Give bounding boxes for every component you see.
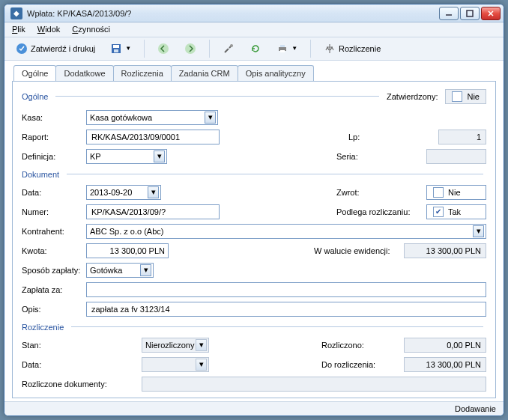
divider	[67, 174, 483, 174]
kwota-field[interactable]	[86, 243, 169, 258]
kasa-combo[interactable]: Kasa gotówkowa ▾	[86, 110, 218, 125]
kontrahent-combo[interactable]: ABC Sp. z o.o (Abc) ▾	[86, 224, 486, 239]
group-ogolne-head: Ogólne Zatwierdzony: Nie	[22, 89, 486, 104]
tools-button[interactable]	[217, 39, 240, 58]
zwrot-label: Zwrot:	[336, 188, 426, 197]
lp-label: Lp:	[348, 133, 438, 141]
podlega-label: Podlega rozliczaniu:	[336, 207, 426, 216]
chevron-down-icon[interactable]: ▾	[148, 186, 159, 198]
svg-rect-9	[280, 45, 285, 47]
chevron-down-icon[interactable]: ▾	[196, 359, 207, 371]
wwalucie-value: 13 300,00 PLN	[404, 243, 486, 258]
statusbar: Dodawanie	[4, 401, 504, 416]
menu-widok[interactable]: Widok	[37, 25, 61, 34]
chevron-down-icon[interactable]: ▾	[473, 225, 484, 237]
data-label: Data:	[22, 188, 86, 197]
arrow-right-icon	[184, 43, 196, 55]
divider	[71, 326, 483, 327]
zatwierdzony-label: Zatwierdzony:	[387, 92, 438, 101]
titlebar: ◆ Wpłata: KP/KASA/2013/09/?	[4, 4, 504, 22]
zwrot-checkbox[interactable]	[433, 187, 444, 198]
zatwierdzony-checkbox[interactable]	[452, 91, 462, 102]
tab-zadania-crm[interactable]: Zadania CRM	[171, 65, 238, 81]
group-ogolne-label: Ogólne	[22, 92, 48, 101]
toolbar-separator	[144, 40, 145, 58]
confirm-print-button[interactable]: Zatwierdź i drukuj	[10, 39, 100, 58]
kwota-label: Kwota:	[22, 246, 86, 255]
chevron-down-icon[interactable]: ▾	[196, 339, 207, 351]
raport-field[interactable]	[86, 130, 220, 144]
numer-field[interactable]	[86, 204, 220, 219]
lp-value: 1	[438, 130, 486, 144]
menubar: Plik Widok Czynności	[4, 22, 504, 37]
kontrahent-label: Kontrahent:	[22, 227, 86, 236]
podlega-checkbox[interactable]	[433, 207, 444, 217]
data2-label: Data:	[22, 360, 142, 369]
group-rozliczenie-head: Rozliczenie	[22, 323, 486, 332]
menu-czynnosci[interactable]: Czynności	[72, 25, 110, 34]
rozlicdok-label: Rozliczone dokumenty:	[22, 380, 142, 389]
group-dokument-label: Dokument	[22, 170, 59, 179]
group-rozliczenie-label: Rozliczenie	[22, 323, 64, 332]
zaplataza-field[interactable]	[86, 282, 486, 297]
rozliczenie-label: Rozliczenie	[339, 44, 381, 53]
stan-label: Stan:	[22, 341, 142, 350]
tab-rozliczenia[interactable]: Rozliczenia	[113, 65, 172, 81]
tab-dodatkowe[interactable]: Dodatkowe	[55, 65, 113, 81]
save-button[interactable]: ▼	[105, 39, 136, 58]
maximize-button[interactable]	[460, 7, 480, 20]
balance-icon	[324, 43, 336, 55]
tab-opis-analityczny[interactable]: Opis analityczny	[238, 65, 314, 81]
rozliczenie-button[interactable]: Rozliczenie	[318, 39, 386, 58]
wwalucie-label: W walucie ewidencji:	[314, 246, 404, 255]
close-button[interactable]	[481, 7, 501, 20]
dorozliczenia-label: Do rozliczenia:	[321, 360, 404, 369]
print-button[interactable]: ▼	[271, 39, 303, 58]
opis-field[interactable]	[86, 302, 486, 317]
numer-label: Numer:	[22, 207, 86, 216]
rozliczono-value: 0,00 PLN	[404, 338, 486, 353]
rozlicdok-value	[142, 377, 486, 392]
chevron-down-icon[interactable]: ▾	[140, 264, 151, 276]
data-field[interactable]: 2013-09-20 ▾	[86, 185, 161, 200]
nav-forward-button[interactable]	[179, 39, 202, 58]
nav-back-button[interactable]	[152, 39, 175, 58]
toolbar: Zatwierdź i drukuj ▼ ▼ Rozliczenie	[4, 37, 504, 61]
toolbar-separator	[310, 40, 311, 58]
svg-rect-4	[114, 49, 118, 52]
kasa-label: Kasa:	[22, 113, 86, 122]
podlega-value[interactable]: Tak	[426, 204, 486, 219]
window-title: Wpłata: KP/KASA/2013/09/?	[27, 9, 439, 18]
definicja-combo[interactable]: KP ▾	[86, 149, 167, 164]
tab-ogolne[interactable]: Ogólne	[13, 65, 56, 81]
chevron-down-icon[interactable]: ▾	[154, 150, 165, 162]
window-buttons	[439, 7, 501, 20]
zatwierdzony-value[interactable]: Nie	[445, 89, 486, 104]
toolbar-separator	[209, 40, 210, 58]
group-dokument-head: Dokument	[22, 170, 486, 179]
svg-rect-3	[113, 45, 119, 48]
refresh-button[interactable]	[244, 39, 267, 58]
definicja-label: Definicja:	[22, 152, 86, 161]
confirm-icon	[16, 43, 28, 55]
svg-rect-0	[467, 10, 473, 16]
raport-label: Raport:	[22, 133, 86, 141]
menu-plik[interactable]: Plik	[12, 25, 25, 34]
arrow-left-icon	[157, 43, 169, 55]
seria-value	[426, 149, 486, 164]
chevron-down-icon[interactable]: ▾	[205, 112, 216, 124]
zaplataza-label: Zapłata za:	[22, 285, 86, 294]
sposob-combo[interactable]: Gotówka ▾	[86, 263, 154, 278]
dorozliczenia-value: 13 300,00 PLN	[404, 357, 486, 372]
sposob-label: Sposób zapłaty:	[22, 266, 86, 275]
svg-point-7	[230, 44, 233, 47]
refresh-icon	[250, 43, 261, 55]
zwrot-value[interactable]: Nie	[426, 185, 486, 200]
seria-label: Seria:	[336, 152, 426, 161]
divider	[55, 96, 379, 97]
svg-point-6	[185, 43, 196, 54]
minimize-button[interactable]	[439, 7, 459, 20]
rozliczenie-data-combo[interactable]: ▾	[142, 357, 209, 372]
stan-combo[interactable]: Nierozliczony ▾	[142, 338, 209, 353]
confirm-print-label: Zatwierdź i drukuj	[31, 44, 95, 53]
